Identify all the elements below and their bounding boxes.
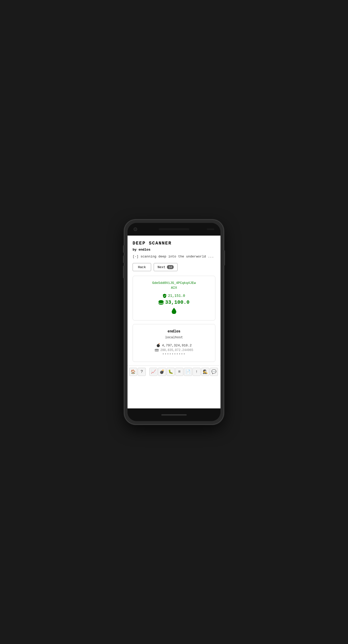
home-icon: 🏠 [131, 369, 136, 374]
shield-value: 21,151.0 [168, 294, 185, 298]
svg-point-7 [155, 349, 159, 350]
stack-row: 200,835,072.244965 [138, 348, 210, 352]
doc-nav-button[interactable]: 📄 [184, 368, 192, 376]
bottom-nav: 🏠 ? 📈 💣 🐛 [128, 365, 220, 378]
bomb-row: 4,797,324,910.2 [138, 343, 210, 347]
top-bezel [128, 223, 220, 236]
chart-nav-button[interactable]: 📈 [149, 368, 157, 376]
svg-rect-4 [158, 344, 159, 345]
upload-nav-button[interactable]: ↑ [193, 368, 201, 376]
shield-row: 21,151.0 [138, 294, 210, 298]
target-address: GdeSdd0ViJG_4PCqkq4JEw [138, 281, 210, 285]
coins-icon [159, 300, 164, 305]
next-label: Next [157, 265, 165, 269]
user-card: endlos localhost 4,797,324,910.2 [133, 324, 215, 362]
subtitle-prefix: by [133, 248, 138, 252]
scan-text: [-] scanning deep into the underworld ..… [133, 255, 215, 258]
drop-icon [138, 308, 210, 315]
power-button[interactable] [224, 250, 225, 266]
camera-icon [134, 227, 137, 231]
bomb-value: 4,797,324,910.2 [162, 344, 192, 347]
target-os: AIX [138, 286, 210, 290]
svg-point-0 [159, 300, 164, 303]
sensor [207, 228, 214, 230]
stack-value: 200,835,072.244965 [160, 348, 193, 352]
volume-down-button[interactable] [123, 255, 124, 263]
phone-screen: DEEP SCANNER by endlos [-] scanning deep… [128, 236, 220, 408]
app-subtitle: by endlos [133, 248, 215, 252]
list-icon: ≡ [178, 370, 181, 374]
bomb-icon [156, 343, 160, 347]
chat-icon: 💬 [211, 369, 216, 374]
help-nav-button[interactable]: ? [138, 368, 146, 376]
home-bar [161, 414, 187, 416]
user-host: localhost [138, 335, 210, 339]
bomb-nav-button[interactable]: 💣 [158, 368, 166, 376]
user-name: endlos [138, 329, 210, 333]
bomb-nav-icon: 💣 [160, 369, 165, 374]
doc-icon: 📄 [185, 369, 191, 374]
svg-rect-2 [173, 313, 175, 314]
nav-center: 📈 💣 🐛 ≡ 📄 ↑ [148, 368, 219, 376]
bug-icon: 🐛 [168, 369, 173, 374]
shield-icon [163, 294, 166, 298]
chart-icon: 📈 [151, 369, 156, 374]
home-nav-button[interactable]: 🏠 [129, 368, 137, 376]
mute-button[interactable] [123, 266, 124, 278]
bottom-bezel [128, 408, 220, 421]
help-icon: ? [140, 370, 143, 374]
list-nav-button[interactable]: ≡ [175, 368, 183, 376]
next-button[interactable]: Next 14 [154, 263, 177, 271]
target-card: GdeSdd0ViJG_4PCqkq4JEw AIX 21,151.0 [133, 276, 215, 320]
coins-row: 33,100.0 [138, 299, 210, 305]
next-badge: 14 [167, 265, 173, 269]
hack-button[interactable]: Hack [133, 263, 151, 271]
nav-left: 🏠 ? [129, 368, 146, 376]
upload-icon: ↑ [195, 370, 198, 374]
subtitle-user: endlos [138, 248, 150, 252]
button-row: Hack Next 14 [133, 263, 215, 271]
spy-nav-button[interactable]: 🕵 [201, 368, 209, 376]
chat-nav-button[interactable]: 💬 [210, 368, 218, 376]
password-field: ********** [138, 353, 210, 357]
coins-value: 33,100.0 [165, 299, 189, 305]
volume-up-button[interactable] [123, 245, 124, 253]
bug-nav-button[interactable]: 🐛 [167, 368, 175, 376]
spy-icon: 🕵 [203, 369, 208, 374]
stack-icon [155, 348, 159, 352]
speaker [159, 228, 189, 230]
app-title: DEEP SCANNER [133, 241, 215, 246]
